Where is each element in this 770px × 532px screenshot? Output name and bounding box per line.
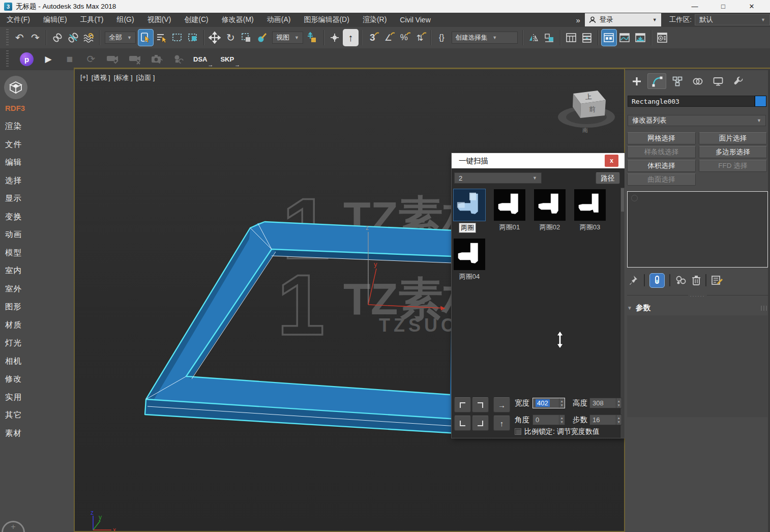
thumbnail-label[interactable]: 两圈02: [532, 223, 568, 232]
tab-hierarchy[interactable]: [668, 73, 687, 89]
thumbnail-label[interactable]: 两圈03: [572, 223, 608, 232]
sidebar-item-modify[interactable]: 修改: [5, 373, 22, 385]
viewport-pov-menu[interactable]: [透视 ]: [92, 73, 110, 82]
select-and-scale-icon[interactable]: [239, 29, 254, 46]
scene-explorer-icon[interactable]: [564, 29, 579, 46]
show-end-result-button[interactable]: [649, 273, 665, 288]
select-and-place-icon[interactable]: [254, 29, 270, 46]
tab-create[interactable]: [627, 73, 646, 89]
volume-select-button[interactable]: 体积选择: [627, 160, 696, 172]
sidebar-item-edit[interactable]: 编辑: [5, 157, 22, 168]
profile-thumbnail[interactable]: [494, 189, 525, 221]
axis-x-button[interactable]: →: [493, 397, 510, 412]
menu-create[interactable]: 创建(C): [177, 13, 215, 27]
select-and-manipulate-icon[interactable]: [327, 29, 343, 46]
profile-thumbnail[interactable]: [534, 189, 566, 221]
unlink-selection-icon[interactable]: [65, 29, 81, 46]
sidebar-item-interior[interactable]: 室内: [5, 265, 22, 276]
menu-overflow-chevron[interactable]: »: [573, 16, 582, 24]
object-name-field[interactable]: Rectangle003: [628, 96, 755, 107]
maximize-button[interactable]: □: [709, 0, 737, 13]
toolbar-drag-handle[interactable]: [6, 29, 9, 46]
poly-select-button[interactable]: 多边形选择: [699, 146, 767, 158]
angle-snap-toggle-icon[interactable]: ∠: [380, 29, 396, 46]
reference-coordinate-dropdown[interactable]: 视图 ▼: [272, 32, 303, 44]
menu-views[interactable]: 视图(V): [141, 13, 178, 27]
tab-motion[interactable]: [688, 73, 707, 89]
redo-button[interactable]: ↷: [27, 29, 43, 46]
sidebar-item-assets[interactable]: 素材: [5, 428, 22, 439]
pivot-top-right-button[interactable]: [472, 397, 489, 412]
light-assistant-icon[interactable]: [172, 51, 185, 67]
rectangular-selection-region-icon[interactable]: [169, 29, 185, 46]
pivot-bottom-left-button[interactable]: [454, 416, 471, 431]
viewport-general-menu[interactable]: [+]: [80, 73, 88, 82]
window-crossing-toggle-icon[interactable]: [185, 29, 201, 46]
rollout-separator[interactable]: ······: [627, 295, 768, 299]
parameters-rollout-header[interactable]: ▼ 参数: [627, 302, 768, 314]
width-input[interactable]: 402 ▲▼: [532, 398, 565, 408]
profile-thumbnail[interactable]: [454, 239, 485, 270]
close-button[interactable]: ✕: [737, 0, 766, 13]
stop-button[interactable]: ■: [63, 51, 76, 67]
sidebar-item-material[interactable]: 材质: [5, 319, 22, 331]
select-link-icon[interactable]: [49, 29, 65, 46]
working-pivot-button[interactable]: ↑: [343, 29, 359, 46]
play-button[interactable]: ▶: [42, 51, 55, 67]
menu-rendering[interactable]: 渲染(R): [356, 13, 393, 27]
dsa-export-button[interactable]: DSA→: [193, 55, 212, 63]
selection-filter-dropdown[interactable]: 全部 ▼: [105, 32, 136, 44]
minimize-button[interactable]: —: [680, 0, 709, 13]
menu-modifiers[interactable]: 修改器(M): [215, 13, 260, 27]
schematic-view-icon[interactable]: [633, 29, 648, 46]
select-by-name-icon[interactable]: [154, 29, 169, 46]
dialog-close-button[interactable]: x: [605, 155, 618, 167]
remove-modifier-trash-icon[interactable]: [692, 275, 701, 286]
sidebar-item-file[interactable]: 文件: [5, 139, 22, 150]
pivot-top-left-button[interactable]: [454, 397, 471, 412]
pivot-bottom-right-button[interactable]: [472, 416, 489, 431]
align-icon[interactable]: [542, 29, 557, 46]
spinner-snap-toggle-icon[interactable]: ⇅: [412, 29, 428, 46]
thumbnail-label[interactable]: 两圈04: [452, 272, 487, 281]
modifier-stack-list[interactable]: [627, 191, 768, 268]
sidebar-item-camera[interactable]: 相机: [5, 356, 22, 367]
menu-file[interactable]: 文件(F): [0, 13, 37, 27]
panel-scrollbar[interactable]: [768, 70, 770, 532]
sidebar-item-model[interactable]: 模型: [5, 247, 22, 258]
sidebar-item-shapes[interactable]: 图形: [5, 301, 22, 312]
pin-stack-icon[interactable]: [629, 275, 639, 286]
sidebar-item-other[interactable]: 其它: [5, 409, 22, 421]
camera-off-icon[interactable]: [128, 51, 142, 67]
sidebar-item-transform[interactable]: 变换: [5, 211, 22, 222]
ffd-select-button[interactable]: FFD 选择: [699, 160, 767, 172]
surface-select-button[interactable]: 曲面选择: [627, 173, 696, 186]
patch-select-button[interactable]: 面片选择: [699, 132, 767, 144]
axis-y-button[interactable]: ↑: [493, 416, 510, 431]
select-object-button[interactable]: [138, 29, 154, 46]
profile-count-dropdown[interactable]: 2 ▼: [454, 172, 542, 184]
menu-edit[interactable]: 编辑(E): [37, 13, 74, 27]
layer-explorer-icon[interactable]: [579, 29, 595, 46]
sidebar-item-utility[interactable]: 实用: [5, 392, 22, 403]
plugin-cube-icon[interactable]: [4, 76, 27, 99]
menu-tools[interactable]: 工具(T): [74, 13, 110, 27]
path-button[interactable]: 路径: [596, 172, 620, 184]
sidebar-item-render[interactable]: 渲染: [5, 121, 22, 132]
ratio-lock-checkbox[interactable]: [515, 428, 521, 435]
select-and-rotate-icon[interactable]: ↻: [223, 29, 239, 46]
mirror-icon[interactable]: [526, 29, 542, 46]
plugin-logo-icon[interactable]: p: [20, 52, 34, 66]
sidebar-item-display[interactable]: 显示: [5, 193, 22, 204]
sidebar-item-exterior[interactable]: 室外: [5, 283, 22, 294]
skp-export-button[interactable]: SKP→: [220, 55, 239, 63]
camera-on-icon[interactable]: [106, 51, 120, 67]
edit-named-selection-sets-icon[interactable]: {}: [434, 29, 450, 46]
select-and-move-icon[interactable]: [207, 29, 223, 46]
profile-thumbnail-selected[interactable]: [454, 189, 485, 221]
menu-group[interactable]: 组(G): [110, 13, 140, 27]
make-unique-icon[interactable]: [675, 275, 687, 286]
sidebar-item-animation[interactable]: 动画: [5, 229, 22, 240]
use-pivot-point-icon[interactable]: [305, 29, 321, 46]
angle-spinner[interactable]: ▲▼: [559, 415, 565, 425]
